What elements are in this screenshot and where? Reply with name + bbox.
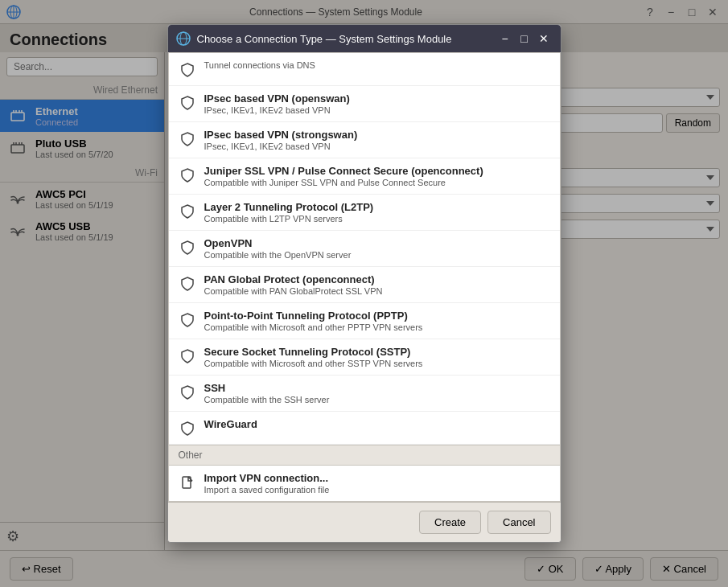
list-item-sub: Compatible with L2TP VPN servers xyxy=(204,214,374,224)
list-item-sub: Compatible with the OpenVPN server xyxy=(204,250,352,260)
modal-globe-icon xyxy=(176,31,191,46)
list-item-sub: Tunnel connections via DNS xyxy=(204,60,315,70)
shield-icon xyxy=(179,61,196,79)
list-item-text: PAN Global Protect (openconnect) Compati… xyxy=(204,273,383,296)
list-item-text: SSH Compatible with the SSH server xyxy=(204,382,330,404)
list-item[interactable]: Juniper SSL VPN / Pulse Connect Secure (… xyxy=(169,158,560,195)
connection-type-list: Tunnel connections via DNS IPsec based V… xyxy=(168,52,561,502)
list-item-sub: IPsec, IKEv1, IKEv2 based VPN xyxy=(204,142,358,151)
other-section-label: Other xyxy=(169,445,560,466)
modal-title-bar: Choose a Connection Type — System Settin… xyxy=(168,25,561,52)
list-item-text: Secure Socket Tunneling Protocol (SSTP) … xyxy=(204,346,423,368)
list-item-name: Secure Socket Tunneling Protocol (SSTP) xyxy=(204,346,423,358)
list-item-name: Point-to-Point Tunneling Protocol (PPTP) xyxy=(204,310,423,322)
modal-overlay: Choose a Connection Type — System Settin… xyxy=(0,0,728,587)
modal-window-controls: − □ ✕ xyxy=(496,30,553,47)
list-item-name: PAN Global Protect (openconnect) xyxy=(204,273,383,285)
list-item-text: IPsec based VPN (openswan) IPsec, IKEv1,… xyxy=(204,92,350,115)
list-item[interactable]: PAN Global Protect (openconnect) Compati… xyxy=(169,267,560,303)
list-item[interactable]: SSH Compatible with the SSH server xyxy=(169,376,560,412)
list-item[interactable]: IPsec based VPN (openswan) IPsec, IKEv1,… xyxy=(169,86,560,122)
shield-icon xyxy=(179,203,196,220)
list-item-text: Import VPN connection... Import a saved … xyxy=(204,472,330,495)
modal-close-button[interactable]: ✕ xyxy=(535,30,553,47)
file-icon xyxy=(179,474,196,491)
list-item-name: Import VPN connection... xyxy=(204,472,330,484)
list-item-sub: Compatible with Microsoft and other SSTP… xyxy=(204,359,423,368)
shield-icon xyxy=(179,239,196,257)
modal-create-button[interactable]: Create xyxy=(419,511,481,534)
list-item[interactable]: Layer 2 Tunneling Protocol (L2TP) Compat… xyxy=(169,195,560,231)
list-item-text: OpenVPN Compatible with the OpenVPN serv… xyxy=(204,237,352,260)
shield-icon xyxy=(179,130,196,148)
connection-type-modal: Choose a Connection Type — System Settin… xyxy=(167,24,561,543)
shield-icon xyxy=(179,347,196,365)
list-item-sub: Import a saved configuration file xyxy=(204,485,330,495)
list-item-sub: Compatible with Microsoft and other PPTP… xyxy=(204,322,423,332)
shield-icon xyxy=(179,420,196,437)
shield-icon xyxy=(179,311,196,329)
list-item-name: Juniper SSL VPN / Pulse Connect Secure (… xyxy=(204,165,483,177)
list-item[interactable]: Secure Socket Tunneling Protocol (SSTP) … xyxy=(169,339,560,376)
list-item-name: OpenVPN xyxy=(204,237,352,249)
list-item-text: Tunnel connections via DNS xyxy=(204,60,315,70)
list-item[interactable]: WireGuard xyxy=(169,412,560,445)
list-item[interactable]: Import VPN connection... Import a saved … xyxy=(169,466,560,501)
modal-maximize-button[interactable]: □ xyxy=(516,30,533,47)
list-item[interactable]: Tunnel connections via DNS xyxy=(169,53,560,86)
list-item-sub: Compatible with PAN GlobalProtect SSL VP… xyxy=(204,286,383,296)
list-item[interactable]: OpenVPN Compatible with the OpenVPN serv… xyxy=(169,231,560,267)
shield-icon xyxy=(179,94,196,112)
list-item-name: Layer 2 Tunneling Protocol (L2TP) xyxy=(204,201,374,213)
list-item-sub: Compatible with the SSH server xyxy=(204,395,330,404)
modal-title: Choose a Connection Type — System Settin… xyxy=(197,33,490,45)
shield-icon xyxy=(179,275,196,293)
list-item[interactable]: IPsec based VPN (strongswan) IPsec, IKEv… xyxy=(169,122,560,158)
list-item-name: SSH xyxy=(204,382,330,394)
modal-footer: Create Cancel xyxy=(168,502,561,542)
modal-minimize-button[interactable]: − xyxy=(496,30,514,47)
list-item-text: Point-to-Point Tunneling Protocol (PPTP)… xyxy=(204,310,423,332)
list-item[interactable]: Point-to-Point Tunneling Protocol (PPTP)… xyxy=(169,303,560,339)
list-item-name: WireGuard xyxy=(204,418,257,430)
list-item-text: Juniper SSL VPN / Pulse Connect Secure (… xyxy=(204,165,483,187)
list-item-text: Layer 2 Tunneling Protocol (L2TP) Compat… xyxy=(204,201,374,224)
list-item-text: IPsec based VPN (strongswan) IPsec, IKEv… xyxy=(204,129,358,151)
shield-icon xyxy=(179,166,196,184)
modal-cancel-button[interactable]: Cancel xyxy=(487,511,550,534)
list-item-sub: IPsec, IKEv1, IKEv2 based VPN xyxy=(204,105,350,115)
list-item-name: IPsec based VPN (openswan) xyxy=(204,92,350,105)
list-item-name: IPsec based VPN (strongswan) xyxy=(204,129,358,141)
list-item-text: WireGuard xyxy=(204,418,257,430)
list-item-sub: Compatible with Juniper SSL VPN and Puls… xyxy=(204,178,483,187)
shield-icon xyxy=(179,384,196,401)
